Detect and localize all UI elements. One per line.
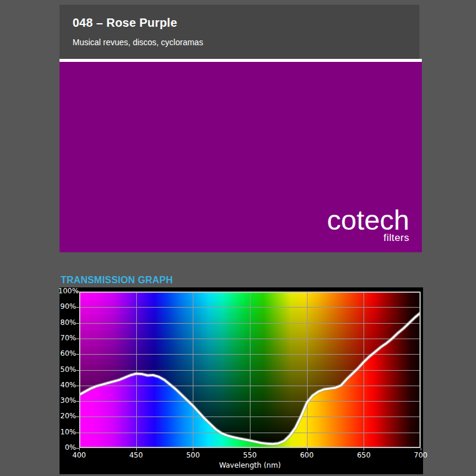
y-tick-label: 70% [58, 334, 76, 342]
x-tick-label: 550 [243, 451, 257, 459]
x-tick-label: 400 [73, 451, 86, 459]
y-tick-mark [76, 433, 79, 433]
y-tick-label: 80% [58, 318, 76, 327]
filter-header: 048 – Rose Purple Musical revues, discos… [60, 5, 419, 59]
filter-usage-subtitle: Musical revues, discos, cycloramas [73, 37, 203, 47]
x-tick-mark [79, 448, 80, 450]
y-tick-mark [76, 292, 79, 292]
filter-code-title: 048 – Rose Purple [73, 16, 177, 30]
x-tick-label: 600 [300, 451, 314, 459]
y-tick-label: 30% [58, 396, 76, 405]
y-tick-mark [76, 307, 79, 308]
x-tick-label: 700 [414, 451, 428, 459]
x-tick-label: 500 [186, 451, 200, 459]
y-tick-label: 40% [58, 381, 76, 389]
y-tick-label: 90% [58, 302, 76, 311]
filter-color-swatch: cotech filters [60, 62, 422, 252]
y-tick-mark [76, 401, 79, 402]
x-tick-mark [250, 448, 250, 450]
y-tick-label: 20% [58, 412, 76, 420]
y-tick-mark [76, 354, 79, 355]
y-tick-label: 50% [58, 365, 76, 374]
x-tick-label: 650 [357, 451, 371, 459]
transmission-chart-canvas [79, 292, 421, 448]
x-tick-mark [193, 448, 193, 450]
y-tick-label: 100% [58, 287, 76, 295]
transmission-graph-panel: 100%90%80%70%60%50%40%30%20%10%0%4004505… [60, 287, 423, 474]
x-axis-title: Wavelength (nm) [219, 461, 281, 469]
y-tick-label: 0% [58, 443, 76, 452]
y-tick-mark [76, 416, 79, 417]
y-tick-mark [76, 339, 79, 339]
y-tick-mark [76, 386, 79, 386]
x-tick-label: 450 [129, 451, 143, 459]
x-tick-mark [421, 448, 421, 450]
transmission-graph-heading: TRANSMISSION GRAPH [61, 275, 173, 286]
y-tick-mark [76, 323, 79, 324]
y-tick-label: 10% [58, 428, 76, 436]
x-tick-mark [307, 448, 308, 450]
x-tick-mark [136, 448, 137, 450]
brand-logo: cotech filters [327, 208, 409, 243]
y-tick-label: 60% [58, 349, 76, 358]
y-tick-mark [76, 370, 79, 371]
x-tick-mark [364, 448, 364, 450]
brand-name: cotech [327, 204, 409, 236]
